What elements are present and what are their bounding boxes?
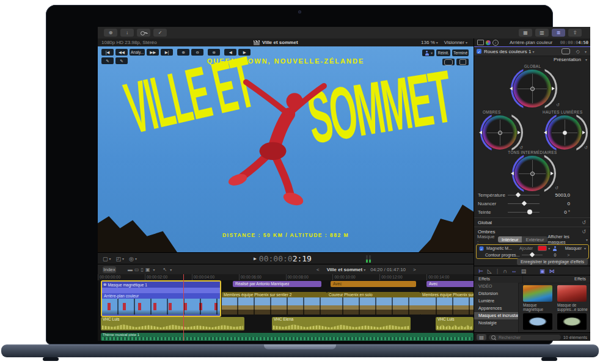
magnetic-mask-row[interactable]: ✓ Magnetic M... Ajouter ▾ Masquer ▾ [477,245,588,252]
save-effect-preset-button[interactable]: Enregistrer le préréglage d'effets [517,258,588,265]
color-wheel-shadows[interactable] [483,115,517,150]
keyframe-icon[interactable]: ◇ [576,49,580,54]
distort-tool-button[interactable]: ◎ [129,256,134,262]
feather-value[interactable]: 0 [554,253,556,257]
keywords-button[interactable] [137,29,150,37]
done-button[interactable]: Terminé [452,49,469,56]
presentation-menu[interactable]: Présentation [554,57,581,62]
slider-thumb[interactable] [516,192,521,197]
color-wheel-global[interactable] [513,70,551,107]
keyframe-next-icon[interactable]: > [567,253,569,257]
color-inspector-icon[interactable] [486,40,491,45]
next-project-button[interactable]: > [413,267,416,272]
audio-clip[interactable]: VHC Elena [272,317,411,330]
slider-thumb[interactable] [527,209,532,214]
transform-tool-button[interactable]: ▢ [103,256,108,262]
effect-thumbnail-scene-removal[interactable] [557,285,587,302]
reset-icon[interactable]: ↺ [556,103,560,107]
timeline-view-button[interactable]: ▥ [535,29,549,37]
effect-thumbnail-vignette-1[interactable] [523,313,552,330]
audio-clip[interactable]: VHC Luis [101,317,244,330]
play-button[interactable]: ▶ [254,256,257,261]
mask-mode-menu[interactable]: Masquer [565,246,582,250]
effect-thumbnail-magnetic-mask[interactable] [523,285,552,302]
color-wheel-highlights[interactable] [547,115,582,150]
effects-browser-button[interactable]: ▣ [540,268,545,274]
wheel-puck[interactable] [530,172,535,176]
mask-thumbnail-icon[interactable] [562,48,570,54]
color-wheel-midtones[interactable] [514,156,550,191]
share-button[interactable]: ⇧ [568,29,582,37]
audio-fade-button[interactable]: ◺ [488,268,492,274]
effect-row[interactable]: ✓ Roues des couleurs 1 ▾ ◇ ▾ [474,47,590,56]
video-clip[interactable]: Membres équipe Phoenix sur sentier 2 [420,292,474,315]
zoom-level-menu[interactable]: 136 % [421,40,435,45]
hue-slider[interactable] [508,212,540,213]
show-masks-menu[interactable]: Afficher les masques [547,234,585,245]
title-clip[interactable]: Avec [426,281,478,287]
effect-enabled-checkbox[interactable]: ✓ [477,49,481,54]
inspector-toggle-button[interactable]: ≣ [552,29,565,37]
trim-tool-button[interactable]: ⊢ [478,268,483,274]
wheel-puck[interactable] [563,131,567,135]
reset-icon[interactable]: ↺ [582,220,586,225]
timeline-option-3-button[interactable]: ▯ [141,267,145,272]
mask-interior-button[interactable]: Intérieur [498,236,522,242]
tint-slider[interactable] [508,203,540,204]
previous-project-button[interactable]: < [316,267,320,272]
person-menu-button[interactable]: ▾ [422,49,434,56]
audio-meters[interactable] [365,255,371,263]
mask-enabled-checkbox[interactable]: ✓ [480,246,484,250]
tint-value[interactable]: 0 [568,201,570,206]
category-apparences[interactable]: Apparences [474,305,518,312]
chevron-down-icon[interactable]: ▾ [585,49,587,54]
category-video[interactable]: VIDÉO [474,283,518,290]
skip-forward-button[interactable]: ▶| [161,49,173,56]
category-lumiere[interactable]: Lumière [474,297,518,305]
video-inspector-icon[interactable] [477,40,484,45]
mask-add-button[interactable]: Ajouter [519,246,533,250]
timeline-option-1-button[interactable]: ▬ [128,267,134,272]
snapping-button[interactable]: ⇔ [511,268,517,274]
selected-clip-group[interactable]: ⊛ Masque magnétique 1 Arrière-plan coule… [101,280,221,317]
temperature-slider[interactable] [508,195,540,195]
slider-thumb[interactable] [530,252,535,257]
search-field[interactable] [489,335,561,340]
hue-value[interactable]: 0 ° [564,209,570,215]
effects-view-button[interactable]: ▤ [477,334,486,340]
audio-clip[interactable]: VHC Luis [436,317,474,330]
transitions-browser-button[interactable]: ⋈ [549,268,555,274]
chevron-down-icon[interactable]: ▾ [548,246,550,250]
index-button[interactable]: Index [103,266,116,273]
crop-tool-button[interactable]: ◰ [116,256,122,262]
video-clip[interactable]: Coureur Phoenix en solo [327,292,420,315]
analyze-button[interactable]: Analy... [130,49,145,56]
clip-appearance-button[interactable]: ▤ [521,268,527,274]
background-tasks-button[interactable]: ✓ [153,29,167,37]
download-button[interactable]: ↓ [120,29,134,37]
category-masques-et-incrustation[interactable]: Masques et incrustation [474,312,518,319]
feather-row[interactable]: Contour progres... 0 > [477,252,588,258]
browser-view-button[interactable]: ▦ [519,29,532,37]
feather-slider[interactable] [522,255,543,255]
reset-icon[interactable]: ↺ [555,186,558,191]
timeline-option-4-button[interactable]: ▣ [145,267,152,272]
skip-back-button[interactable]: |◀ [101,49,114,56]
timeline-project-menu[interactable]: Ville et sommet [327,267,363,272]
timeline-option-2-button[interactable]: ▭ [134,267,141,272]
skimming-button[interactable]: ∣ [496,268,499,274]
view-menu[interactable]: Visionner [444,40,464,45]
slider-thumb[interactable] [522,200,527,205]
reset-icon[interactable]: ↺ [519,145,523,150]
category-nostalgie[interactable]: Nostalgie [474,319,518,327]
info-inspector-icon[interactable]: i [492,40,499,46]
temperature-value[interactable]: 5003,0 [555,192,570,198]
subject-person-icon[interactable] [552,246,557,251]
fast-forward-button[interactable]: ▶▶ [147,49,159,56]
video-clip[interactable]: Membres équipe Phoenix sur sentier 2 [222,292,327,315]
audio-solo-button[interactable]: ∩ [503,268,507,274]
reset-icon[interactable]: ↺ [584,145,588,150]
title-clip[interactable]: Réalisé par Antonio Manriquez [233,281,321,287]
effect-thumbnail-vignette-2[interactable] [557,313,587,330]
mask-color-swatch[interactable] [538,246,547,251]
